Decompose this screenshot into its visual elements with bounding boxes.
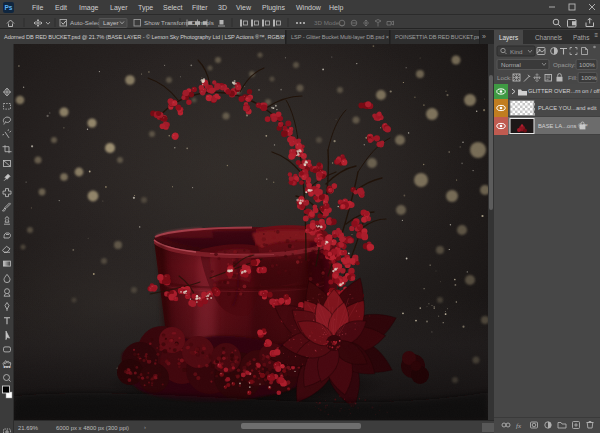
svg-text:Fill:: Fill: [568,74,578,81]
svg-text:Layer: Layer [103,19,118,26]
svg-text:fx: fx [516,422,522,430]
svg-text:Normal: Normal [501,61,521,68]
svg-text:Opacity:: Opacity: [553,61,576,68]
svg-text:3D Mode:: 3D Mode: [314,19,341,26]
svg-text:•••: ••• [3,363,11,370]
svg-text:Kind: Kind [510,48,523,55]
svg-text:Lock:: Lock: [497,74,512,81]
svg-text:100%: 100% [579,61,595,68]
svg-text:100%: 100% [581,74,597,81]
